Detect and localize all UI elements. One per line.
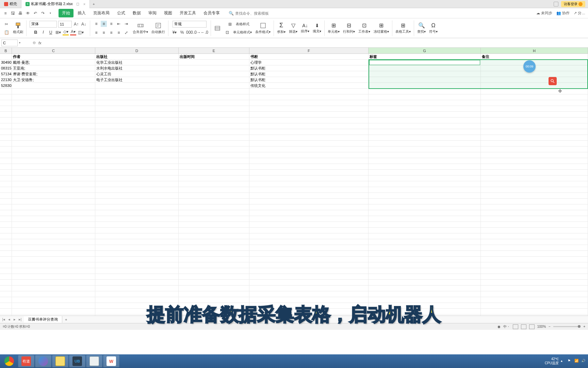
table-style-quick-button[interactable] bbox=[214, 25, 221, 32]
col-header-b[interactable]: B bbox=[0, 48, 12, 53]
cell[interactable]: 传统文化 bbox=[249, 83, 369, 89]
taskbar-explorer[interactable] bbox=[52, 355, 68, 367]
ribbon-tab-view[interactable]: 视图 bbox=[161, 9, 176, 17]
name-box-dropdown-icon[interactable]: ▾ bbox=[19, 41, 20, 44]
font-color-button[interactable]: A▾ bbox=[70, 29, 76, 35]
cell[interactable]: 电子工业出版社 bbox=[95, 77, 179, 83]
col-header-g[interactable]: G bbox=[369, 48, 481, 53]
cell[interactable]: 王亚南; bbox=[12, 65, 95, 71]
floating-search-button[interactable] bbox=[549, 77, 557, 85]
align-middle-icon[interactable]: ≡ bbox=[101, 21, 107, 27]
cell[interactable]: 戴维·曼恩; bbox=[12, 60, 95, 65]
cell[interactable] bbox=[481, 83, 588, 89]
menu-icon[interactable]: ≡ bbox=[3, 11, 8, 16]
sort-button[interactable]: A↓排序▾ bbox=[301, 23, 309, 34]
decimal-dec-icon[interactable]: ←.0 bbox=[201, 29, 208, 35]
cell[interactable] bbox=[12, 83, 95, 89]
zoom-slider[interactable] bbox=[553, 326, 581, 327]
worksheet-button[interactable]: ⊡工作表▾ bbox=[358, 22, 370, 34]
cell[interactable]: 默认书柜 bbox=[249, 65, 369, 71]
cell[interactable]: 心理学 bbox=[249, 60, 369, 65]
col-header-e[interactable]: E bbox=[179, 48, 249, 53]
cell[interactable] bbox=[95, 83, 179, 89]
cell[interactable] bbox=[179, 65, 249, 71]
taskbar-uibot[interactable]: UB bbox=[69, 355, 85, 367]
cell[interactable]: 221309 bbox=[0, 77, 12, 83]
cell-button[interactable]: ⊞单元格▾ bbox=[328, 22, 340, 34]
taskbar-app1[interactable] bbox=[35, 355, 51, 367]
sync-button[interactable]: ☁未同步 bbox=[536, 11, 552, 16]
taskbar-wps[interactable]: W bbox=[103, 355, 119, 367]
undo-icon[interactable]: ↶ bbox=[33, 11, 38, 16]
align-right-icon[interactable]: ≡ bbox=[108, 30, 114, 36]
increase-font-icon[interactable]: A↑ bbox=[73, 21, 79, 27]
cell[interactable] bbox=[481, 77, 588, 83]
cell[interactable] bbox=[369, 71, 481, 77]
table-style-icon[interactable]: ⊞ bbox=[227, 21, 233, 27]
sheet-prev-icon[interactable]: ◂ bbox=[7, 317, 12, 322]
formula-input[interactable] bbox=[42, 40, 588, 46]
cell[interactable]: 083153 bbox=[0, 65, 12, 71]
print-icon[interactable]: 🖶 bbox=[18, 11, 23, 16]
cell[interactable]: 水利水电出版社 bbox=[95, 65, 179, 71]
indent-left-icon[interactable]: ⇤ bbox=[116, 21, 122, 27]
cell[interactable] bbox=[481, 71, 588, 77]
tray-volume-icon[interactable]: 🔊 bbox=[581, 359, 586, 364]
indent-right-icon[interactable]: ⇥ bbox=[123, 21, 129, 27]
cell[interactable] bbox=[369, 83, 481, 89]
cell[interactable]: 大卫·安德鲁; bbox=[12, 77, 95, 83]
col-header-h[interactable]: H bbox=[481, 48, 588, 53]
ime-indicator[interactable]: 中・ bbox=[503, 324, 510, 329]
cell[interactable]: 571346 bbox=[0, 71, 12, 77]
cell[interactable]: 默认书柜 bbox=[249, 71, 369, 77]
rowcol-button[interactable]: ⊟行和列▾ bbox=[343, 22, 355, 34]
font-size-select[interactable] bbox=[58, 21, 72, 28]
cell-header-pubdate[interactable]: 出版时间 bbox=[179, 54, 249, 60]
ribbon-tab-review[interactable]: 审阅 bbox=[145, 9, 160, 17]
cell-header-shelf[interactable]: 书柜 bbox=[249, 54, 369, 60]
view-break-icon[interactable] bbox=[529, 324, 535, 329]
fill-button[interactable]: ⬇填充▾ bbox=[313, 23, 321, 34]
view-layout-icon[interactable] bbox=[521, 324, 526, 329]
currency-icon[interactable]: ¥▾ bbox=[172, 29, 178, 35]
italic-button[interactable]: I bbox=[40, 29, 46, 35]
cell-style-icon[interactable]: ⊡ bbox=[224, 29, 230, 35]
fill-color-button[interactable]: ◇▾ bbox=[63, 29, 69, 35]
ribbon-tab-dev[interactable]: 开发工具 bbox=[176, 9, 199, 17]
table-style-label[interactable]: 表格样式 bbox=[236, 22, 249, 27]
tab-home[interactable]: 稻壳 bbox=[0, 0, 21, 8]
search-input[interactable] bbox=[235, 11, 269, 15]
decrease-font-icon[interactable]: A↓ bbox=[81, 21, 87, 27]
cell-header-author[interactable]: 作者 bbox=[12, 54, 95, 60]
cell[interactable]: 528304 bbox=[0, 83, 12, 89]
align-left-icon[interactable]: ≡ bbox=[93, 30, 99, 36]
col-header-d[interactable]: D bbox=[95, 48, 179, 53]
grid-body[interactable]: 作者 出版社 出版时间 书柜 标签 备注 304902 戴维·曼恩; 化学工业出… bbox=[0, 54, 588, 316]
cut-icon[interactable]: ✂ bbox=[3, 21, 10, 27]
cell[interactable]: 默认书柜 bbox=[249, 77, 369, 83]
fx-label[interactable]: fx bbox=[38, 41, 42, 45]
comma-icon[interactable]: 000 bbox=[186, 29, 193, 35]
coop-button[interactable]: 👥协作 bbox=[556, 11, 570, 16]
ribbon-tab-layout[interactable]: 页面布局 bbox=[90, 9, 113, 17]
number-format-select[interactable] bbox=[173, 21, 207, 28]
align-top-icon[interactable]: ≡ bbox=[93, 21, 99, 27]
filter-button[interactable]: ▽筛选▾ bbox=[289, 22, 297, 34]
qat-more-icon[interactable]: ▾ bbox=[48, 11, 53, 16]
cell[interactable]: 心灵工坊 bbox=[95, 71, 179, 77]
symbol-button[interactable]: Ω符号▾ bbox=[429, 22, 438, 34]
command-search[interactable]: 🔍 bbox=[229, 11, 269, 16]
sheet-add-button[interactable]: + bbox=[62, 318, 70, 322]
cell[interactable] bbox=[369, 77, 481, 83]
zoom-out-icon[interactable]: − bbox=[549, 325, 551, 328]
spreadsheet-grid[interactable]: B C D E F G H 作者 出版社 出版时间 书柜 标签 备注 30490… bbox=[0, 48, 588, 316]
align-center-icon[interactable]: ≡ bbox=[101, 30, 107, 36]
tray-flag-icon[interactable]: ⚑ bbox=[568, 359, 572, 364]
cond-format-button[interactable]: 条件格式▾ bbox=[255, 22, 271, 34]
percent-icon[interactable]: % bbox=[179, 29, 185, 35]
taskbar-chrome[interactable] bbox=[1, 355, 17, 367]
freeze-button[interactable]: ⊞冻结窗格▾ bbox=[374, 22, 389, 34]
save-icon[interactable]: 🖫 bbox=[10, 11, 16, 16]
wrap-text-button[interactable]: 自动换行 bbox=[151, 22, 165, 34]
cell-header-tag[interactable]: 标签 bbox=[369, 54, 481, 60]
